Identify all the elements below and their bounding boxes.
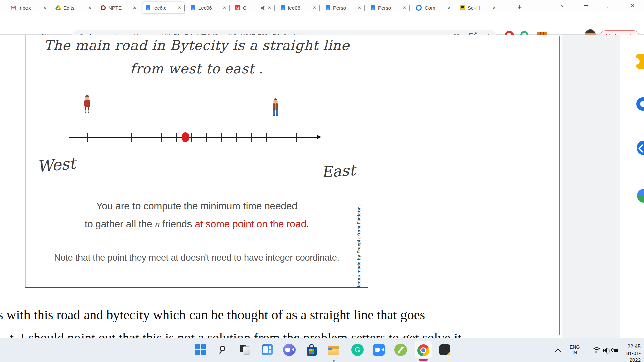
green-notes-app-button[interactable] [394, 343, 407, 356]
friend-figure-west [82, 96, 92, 113]
tab-nptel[interactable]: NPTE ✕ [97, 2, 140, 13]
tab-label: Edits [63, 5, 86, 11]
note-app-icon [439, 344, 450, 355]
tab-edits[interactable]: Edits ✕ [52, 2, 95, 13]
tab-label: Inbox [18, 5, 41, 11]
language-indicator[interactable]: ENGIN [570, 344, 580, 362]
slide-border-bottom [25, 287, 368, 288]
green-pencil-icon [394, 344, 407, 356]
tray-date: 31-01-2022 [619, 350, 641, 362]
google-docs-icon [326, 5, 330, 10]
new-tab-button[interactable]: + [515, 3, 524, 12]
google-docs-icon [371, 5, 375, 10]
tab-close-icon[interactable]: ✕ [223, 6, 226, 10]
chevron-down-icon [560, 3, 565, 7]
tab-inbox[interactable]: Inbox ✕ [7, 2, 50, 13]
tab-close-icon[interactable]: ✕ [43, 6, 47, 10]
tab-label: lec06 [288, 5, 310, 11]
window-controls: ✕ [551, 0, 644, 11]
start-button[interactable] [194, 343, 207, 356]
tab-perso-1[interactable]: Perso ✕ [322, 2, 364, 13]
widgets-icon [262, 344, 273, 355]
minimize-icon [584, 5, 588, 6]
zoom-camera-icon [373, 344, 385, 356]
widgets-button[interactable] [261, 343, 274, 356]
meeting-point-red-dot [182, 132, 189, 142]
tray-expand-button[interactable] [551, 338, 565, 362]
task-view-icon [240, 345, 250, 355]
document-paragraph-clipped: t. I should point out that this is not a… [10, 330, 513, 338]
tab-label: C [243, 5, 259, 11]
speaker-icon [603, 347, 610, 353]
google-docs-icon [281, 5, 285, 10]
tab-scihub[interactable]: Sci-H ✕ [457, 2, 499, 13]
task-view-button[interactable] [238, 343, 252, 356]
maximize-icon [607, 4, 611, 8]
tab-label: Perso [378, 5, 400, 11]
docs-canvas-gutter [562, 35, 620, 338]
tab-close-icon[interactable]: ✕ [178, 6, 181, 10]
tab-close-icon[interactable]: ✕ [133, 6, 137, 10]
file-explorer-button[interactable] [327, 343, 340, 356]
slide-note: Note that the point they meet at doesn't… [0, 253, 393, 263]
chrome-active-underline [419, 359, 428, 361]
tray-time: 22:45 [619, 343, 641, 350]
tab-audio-speaker-icon[interactable] [261, 6, 265, 10]
tab-close-icon[interactable]: ✕ [492, 6, 496, 10]
tab-close-icon[interactable]: ✕ [313, 6, 316, 10]
blue-circle-icon[interactable] [637, 141, 644, 155]
tab-close-icon[interactable]: ✕ [358, 6, 361, 10]
search-icon [219, 345, 227, 354]
arrow-right-icon [317, 135, 321, 139]
chrome-button[interactable] [417, 344, 430, 357]
sticky-note-app-button[interactable] [438, 343, 451, 356]
clock[interactable]: 22:4531-01-2022 [619, 343, 641, 362]
chevron-up-icon [555, 348, 561, 354]
tab-lec06[interactable]: Lec06 ✕ [187, 2, 229, 13]
slide-title-line1: The main road in Bytecity is a straight … [25, 38, 368, 53]
tab-lec6-active[interactable]: lec6.c ✕ [142, 2, 184, 13]
google-docs-icon [146, 5, 150, 10]
tab-label: Sci-H [468, 5, 490, 11]
teams-chat-button[interactable] [282, 343, 296, 356]
blue-ring-icon[interactable] [636, 97, 644, 111]
tab-perso-2[interactable]: Perso ✕ [367, 2, 409, 13]
tab-genius-audio[interactable]: g C ✕ [232, 2, 274, 13]
grammarly-icon: G [351, 344, 364, 356]
nptel-icon [101, 5, 106, 10]
zoom-app-button[interactable] [372, 343, 385, 356]
tab-com[interactable]: Com ✕ [412, 2, 454, 13]
slide-body-line2: to gather all the n friends at some poin… [25, 218, 368, 230]
microsoft-store-button[interactable] [305, 343, 318, 356]
side-panel-strip [620, 35, 644, 338]
minimize-button[interactable] [581, 1, 591, 11]
browser-tab-strip: Inbox ✕ Edits ✕ NPTE ✕ lec6.c ✕ [0, 0, 644, 13]
tab-lec06-2[interactable]: lec06 ✕ [277, 2, 319, 13]
tab-label: NPTE [108, 5, 130, 11]
running-app-dot [333, 360, 335, 362]
wifi-icon [592, 347, 600, 353]
grammarly-button[interactable]: G [351, 343, 364, 356]
chrome-icon [417, 344, 429, 356]
tab-close-icon[interactable]: ✕ [447, 6, 451, 10]
maximize-button[interactable] [604, 1, 614, 11]
scrollbar[interactable] [559, 36, 560, 335]
keep-icon[interactable] [636, 54, 644, 69]
number-line-ticks [72, 133, 311, 142]
n-variable: n [155, 218, 160, 229]
scihub-icon [460, 5, 465, 10]
slide-title-line2: from west to east . [25, 61, 368, 76]
tab-close-icon[interactable]: ✕ [268, 6, 271, 10]
genius-icon: g [235, 5, 240, 10]
tab-close-icon[interactable]: ✕ [402, 6, 406, 10]
close-button[interactable]: ✕ [628, 1, 638, 11]
tab-search-button[interactable] [558, 1, 568, 11]
tab-label: Com [425, 5, 445, 11]
google-multicolor-icon[interactable] [637, 189, 644, 203]
red-highlight-text: at some point on the road [195, 218, 306, 229]
tab-close-icon[interactable]: ✕ [88, 6, 92, 10]
taskbar-search-button[interactable] [216, 343, 230, 356]
folder-icon [328, 346, 339, 355]
gmail-icon [10, 5, 16, 11]
drive-icon [55, 5, 61, 11]
